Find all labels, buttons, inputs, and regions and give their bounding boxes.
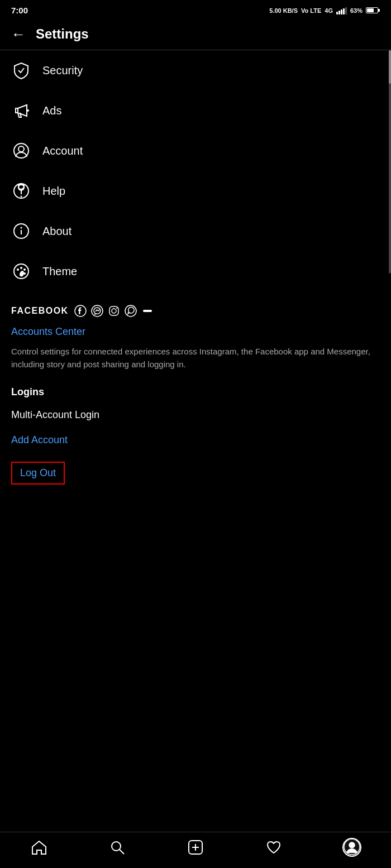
heart-icon [265,839,282,856]
nav-search[interactable] [78,839,156,856]
instagram-icon [108,305,120,317]
svg-point-4 [21,196,22,198]
svg-point-12 [20,267,22,269]
svg-point-16 [92,305,103,316]
back-button[interactable]: ← [11,27,26,41]
svg-point-28 [349,842,355,848]
logins-title: Logins [11,386,380,398]
settings-menu: Security Ads Ac [0,50,391,291]
menu-item-about[interactable]: About [0,211,391,251]
scrollbar-thumb[interactable] [389,50,391,84]
search-icon [109,839,126,856]
facebook-brand-text: FACEBOOK [11,306,69,316]
logins-section: Logins Multi-Account Login Add Account L… [0,386,391,496]
svg-line-23 [120,850,124,854]
battery-percent: 63% [350,7,363,14]
whatsapp-icon [125,305,137,317]
menu-label-security: Security [42,64,83,77]
menu-label-account: Account [42,145,83,157]
menu-label-ads: Ads [42,104,61,117]
help-circle-icon [11,181,31,201]
svg-point-13 [23,268,26,271]
svg-point-0 [27,109,29,112]
menu-item-ads[interactable]: Ads [0,90,391,131]
logout-button[interactable]: Log Out [11,462,65,485]
svg-point-11 [17,268,19,271]
facebook-section: FACEBOOK [0,291,391,371]
page-title: Settings [36,26,89,42]
facebook-brand-row: FACEBOOK [11,305,380,317]
svg-rect-21 [143,310,152,312]
volte-indicator: Vo LTE [301,7,321,14]
nav-activity[interactable] [235,839,313,856]
facebook-icon [74,305,87,317]
signal-bars-icon [336,7,347,15]
profile-avatar [342,838,361,857]
nav-profile[interactable] [313,838,391,857]
shield-check-icon [11,60,31,80]
svg-point-22 [112,842,121,851]
meta-icon [141,305,154,317]
status-bar: 7:00 5.00 KB/S Vo LTE 4G 63% [0,0,391,18]
svg-point-19 [116,308,117,309]
menu-label-help: Help [42,185,65,198]
palette-icon [11,261,31,281]
menu-label-theme: Theme [42,265,77,278]
svg-point-9 [21,227,22,229]
messenger-icon [91,305,103,317]
add-account-link[interactable]: Add Account [11,434,380,446]
battery-icon [366,7,380,13]
multi-account-login[interactable]: Multi-Account Login [11,409,380,421]
accounts-center-description: Control settings for connected experienc… [11,346,380,371]
svg-point-2 [18,146,24,152]
svg-point-18 [112,309,116,313]
4g-indicator: 4G [325,7,333,14]
brand-icons [74,305,154,317]
info-circle-icon [11,221,31,241]
menu-item-theme[interactable]: Theme [0,251,391,291]
menu-item-account[interactable]: Account [0,131,391,171]
status-indicators: 5.00 KB/S Vo LTE 4G 63% [269,7,380,15]
status-time: 7:00 [11,6,28,15]
accounts-center-link[interactable]: Accounts Center [11,326,380,338]
home-icon [31,839,47,856]
menu-item-security[interactable]: Security [0,50,391,90]
nav-home[interactable] [0,839,78,856]
user-circle-icon [11,141,31,161]
profile-avatar-label [344,838,360,856]
menu-label-about: About [42,225,71,238]
page-content: Security Ads Ac [0,50,391,552]
settings-header: ← Settings [0,18,391,50]
menu-item-help[interactable]: Help [0,171,391,211]
new-post-icon [187,839,204,856]
nav-new-post[interactable] [156,839,235,856]
network-speed: 5.00 KB/S [269,7,298,14]
megaphone-icon [11,100,31,121]
bottom-navigation [0,832,391,868]
scrollbar-track[interactable] [389,50,391,274]
